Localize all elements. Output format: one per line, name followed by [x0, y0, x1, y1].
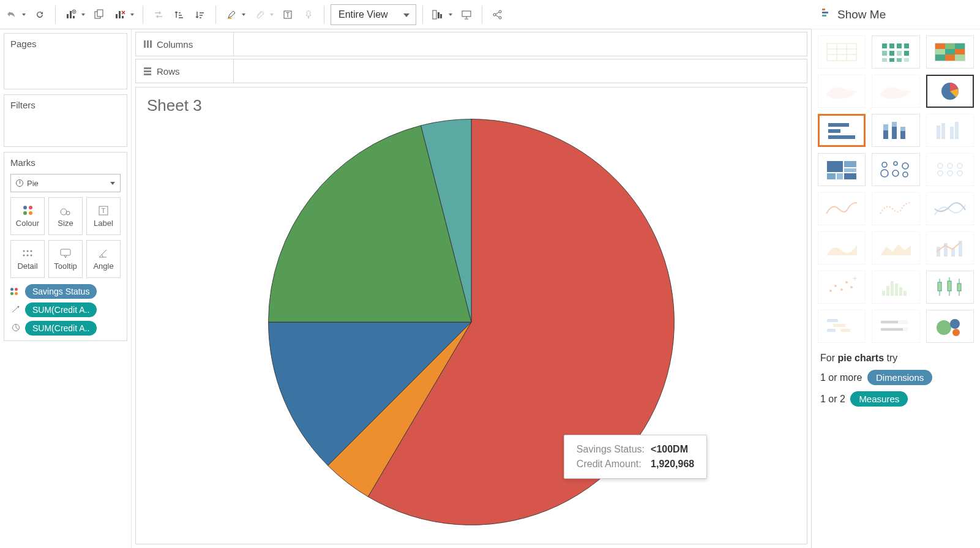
fit-mode-select[interactable]: Entire View: [331, 4, 416, 25]
svg-rect-30: [822, 15, 826, 17]
angle-icon: [98, 248, 109, 259]
svg-rect-46: [945, 43, 955, 49]
svg-point-14: [23, 250, 25, 252]
svg-point-77: [892, 170, 899, 176]
show-legend-button[interactable]: [429, 6, 447, 24]
sm-area-cont[interactable]: [818, 231, 866, 265]
sm-scatter[interactable]: +: [818, 271, 866, 304]
rows-icon: [143, 67, 152, 75]
label-icon: T: [99, 205, 108, 216]
show-me-header[interactable]: Show Me: [812, 0, 980, 29]
svg-point-91: [834, 285, 837, 287]
label-label: Label: [94, 219, 113, 228]
marks-title: Marks: [10, 157, 121, 168]
sm-circle-views[interactable]: [872, 153, 919, 186]
pages-title: Pages: [10, 39, 121, 49]
svg-rect-26: [144, 70, 151, 72]
new-worksheet-button[interactable]: [62, 6, 80, 24]
chart-tooltip: Savings Status: <100DM Credit Amount: 1,…: [564, 435, 707, 479]
sm-line-cont[interactable]: [818, 192, 866, 225]
svg-rect-101: [903, 291, 907, 296]
svg-point-10: [61, 209, 67, 215]
label-toggle-button[interactable]: T: [279, 6, 297, 24]
sort-asc-button[interactable]: [170, 6, 189, 24]
svg-rect-52: [945, 54, 955, 61]
filters-shelf[interactable]: Filters: [4, 94, 127, 147]
tooltip-value-1: <100DM: [648, 443, 697, 456]
svg-rect-68: [827, 161, 843, 172]
pin-button[interactable]: [299, 6, 318, 24]
tooltip-icon: [60, 248, 71, 259]
marks-detail-card[interactable]: Detail: [10, 240, 45, 278]
sm-boxplot[interactable]: [926, 271, 974, 304]
sm-highlight-table[interactable]: [926, 36, 974, 69]
svg-rect-99: [895, 283, 898, 296]
svg-rect-37: [889, 51, 894, 56]
sm-bullet[interactable]: [872, 310, 919, 343]
hint-text: 1 or 2: [820, 394, 845, 404]
marks-colour-card[interactable]: Colour: [10, 197, 45, 235]
svg-point-85: [957, 171, 962, 176]
duplicate-sheet-button[interactable]: [90, 6, 108, 24]
swap-button[interactable]: [149, 6, 168, 24]
svg-point-74: [882, 162, 887, 167]
highlight-button[interactable]: [222, 6, 241, 24]
sm-area-disc[interactable]: [872, 231, 919, 265]
svg-point-114: [950, 319, 960, 329]
sm-line-disc[interactable]: [872, 192, 919, 225]
svg-rect-97: [886, 286, 889, 296]
mark-type-value: Pie: [27, 179, 39, 188]
svg-rect-23: [147, 40, 149, 48]
sm-pie[interactable]: [926, 75, 974, 108]
sm-hbar[interactable]: [818, 114, 866, 147]
sm-symbol-map[interactable]: [818, 75, 866, 108]
svg-rect-61: [892, 122, 897, 127]
mark-type-select[interactable]: Pie: [10, 174, 121, 192]
columns-shelf[interactable]: Columns: [135, 32, 807, 56]
svg-rect-42: [897, 58, 902, 62]
sm-side-bar[interactable]: [926, 114, 974, 147]
marks-angle-card[interactable]: Angle: [86, 240, 121, 278]
svg-rect-98: [891, 281, 894, 296]
share-button[interactable]: [488, 6, 507, 24]
show-me-title: Show Me: [837, 8, 886, 21]
svg-point-9: [499, 17, 501, 19]
rows-shelf[interactable]: Rows: [135, 59, 807, 83]
svg-rect-72: [837, 173, 843, 179]
svg-rect-53: [955, 54, 965, 61]
toolbar-separator: [482, 6, 482, 24]
svg-point-8: [499, 10, 501, 13]
svg-point-90: [829, 290, 832, 292]
sm-stacked-bar[interactable]: [872, 114, 919, 147]
viz-canvas[interactable]: Sheet 3 Savings Status: <100DM Credit Am…: [135, 87, 807, 544]
undo-button[interactable]: [2, 6, 21, 24]
pages-shelf[interactable]: Pages: [4, 33, 127, 89]
svg-rect-5: [433, 10, 436, 19]
marks-label-card[interactable]: T Label: [86, 197, 121, 235]
sm-filled-map[interactable]: [872, 75, 919, 108]
svg-point-80: [938, 163, 943, 168]
size-pill[interactable]: SUM(Credit A..: [25, 302, 97, 317]
sort-desc-button[interactable]: [191, 6, 209, 24]
svg-rect-65: [941, 123, 945, 139]
sm-text-table[interactable]: [818, 36, 866, 69]
sm-side-circles[interactable]: [926, 153, 974, 186]
clear-sheet-button[interactable]: [111, 6, 129, 24]
angle-pill[interactable]: SUM(Credit A..: [25, 321, 97, 336]
attach-button[interactable]: [250, 6, 269, 24]
sm-heatmap[interactable]: [872, 36, 919, 69]
sm-packed-bubbles[interactable]: [926, 310, 974, 343]
svg-point-75: [881, 170, 888, 177]
presentation-mode-button[interactable]: [457, 6, 476, 24]
sm-dual-line[interactable]: [926, 192, 974, 225]
colour-pill[interactable]: Savings Status: [25, 284, 97, 299]
sm-treemap[interactable]: [818, 153, 866, 186]
marks-size-card[interactable]: Size: [48, 197, 83, 235]
sm-gantt[interactable]: [818, 310, 866, 343]
sm-histogram[interactable]: [872, 271, 919, 304]
refresh-button[interactable]: [31, 6, 49, 24]
svg-rect-34: [897, 43, 902, 48]
sm-dual-combo[interactable]: [926, 231, 974, 265]
svg-point-19: [31, 254, 32, 256]
marks-tooltip-card[interactable]: Tooltip: [48, 240, 83, 278]
